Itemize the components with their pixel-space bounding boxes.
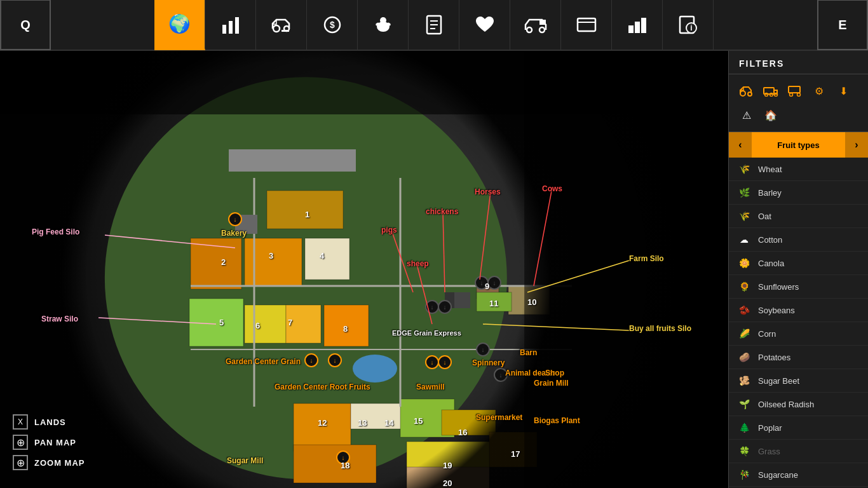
fruit-name-12: Grass — [758, 447, 780, 456]
svg-point-9 — [380, 17, 386, 24]
lands-legend-item: X LANDS — [13, 414, 85, 430]
fruit-types-header: ‹ Fruit types › — [729, 132, 868, 158]
fruit-item-sunflowers[interactable]: 🌻Sunflowers — [729, 275, 868, 299]
fruit-icon-11: 🌲 — [736, 420, 752, 435]
fruit-icon-9: 🫚 — [736, 373, 752, 388]
fruit-prev-btn[interactable]: ‹ — [729, 132, 752, 158]
fruit-list: 🌾Wheat🌿Barley🌾Oat☁Cotton🌼Canola🌻Sunflowe… — [729, 158, 868, 488]
filter-icons: ⚙ ⬇ ⚠ 🏠 — [729, 74, 868, 132]
fruit-name-8: Potatoes — [758, 353, 790, 362]
fruit-icon-4: 🌼 — [736, 255, 752, 271]
nav-finance[interactable]: $ — [307, 0, 358, 50]
svg-rect-22 — [635, 22, 640, 33]
zoom-map-label: ZOOM MAP — [34, 458, 85, 468]
e-button[interactable]: E — [817, 0, 868, 50]
lands-label: LANDS — [34, 417, 66, 427]
nav-animal-care[interactable] — [459, 0, 510, 50]
fruit-types-label: Fruit types — [752, 140, 845, 150]
nav-help[interactable]: i — [663, 0, 714, 50]
svg-point-16 — [527, 27, 532, 32]
map-canvas — [0, 51, 728, 488]
fruit-name-13: Sugarcane — [758, 470, 798, 480]
pan-map-legend-item: ⊕ PAN MAP — [13, 435, 85, 450]
zoom-map-icon: ⊕ — [13, 455, 28, 470]
fruit-name-2: Oat — [758, 212, 771, 221]
fruit-item-sugarcane[interactable]: 🎋Sugarcane — [729, 463, 868, 487]
nav-icons-group: 🌍 $ i — [51, 0, 817, 50]
fruit-name-4: Canola — [758, 259, 784, 268]
gear-filter-btn[interactable]: ⚙ — [809, 81, 829, 101]
nav-contracts[interactable] — [409, 0, 459, 50]
fruit-icon-1: 🌿 — [736, 185, 752, 200]
pan-map-label: PAN MAP — [34, 438, 76, 447]
fruit-name-11: Poplar — [758, 423, 782, 433]
svg-rect-23 — [641, 18, 646, 33]
nav-map[interactable]: 🌍 — [154, 0, 205, 50]
svg-rect-0 — [222, 25, 226, 34]
fruit-icon-5: 🌻 — [736, 279, 752, 294]
svg-point-43 — [790, 93, 793, 97]
fruit-icon-2: 🌾 — [736, 208, 752, 224]
svg-point-44 — [797, 93, 801, 97]
fruit-item-canola[interactable]: 🌼Canola — [729, 252, 868, 275]
alert-filter-btn[interactable]: ⚠ — [736, 105, 757, 125]
svg-point-17 — [539, 27, 545, 32]
nav-productions[interactable] — [612, 0, 663, 50]
bottom-legend: X LANDS ⊕ PAN MAP ⊕ ZOOM MAP — [13, 414, 85, 475]
fruit-item-soybeans[interactable]: 🫘Soybeans — [729, 299, 868, 322]
dump-filter-btn[interactable] — [785, 81, 805, 101]
fruit-item-sugar-beet[interactable]: 🫚Sugar Beet — [729, 369, 868, 393]
svg-rect-1 — [229, 21, 233, 34]
fruit-item-grass[interactable]: 🍀Grass — [729, 440, 868, 463]
fruit-item-corn[interactable]: 🌽Corn — [729, 322, 868, 346]
tractor-filter-btn[interactable] — [736, 81, 757, 101]
fruit-name-6: Soybeans — [758, 306, 795, 315]
zoom-map-legend-item: ⊕ ZOOM MAP — [13, 455, 85, 470]
nav-missions[interactable] — [561, 0, 612, 50]
fruit-name-10: Oilseed Radish — [758, 400, 814, 409]
fruit-item-oat[interactable]: 🌾Oat — [729, 205, 868, 228]
fruit-item-barley[interactable]: 🌿Barley — [729, 181, 868, 205]
fruit-item-poplar[interactable]: 🌲Poplar — [729, 416, 868, 440]
fruit-icon-7: 🌽 — [736, 326, 752, 341]
fruit-name-9: Sugar Beet — [758, 376, 799, 386]
svg-rect-5 — [281, 30, 289, 32]
top-navigation: Q 🌍 $ i E — [0, 0, 868, 51]
right-panel: FILTERS ⚙ ⬇ ⚠ 🏠 ‹ Fruit types › 🌾Wheat🌿B… — [728, 51, 868, 488]
fruit-icon-3: ☁ — [736, 232, 752, 247]
map-area[interactable]: Pig Feed Silo Straw Silo Farm Silo Buy a… — [0, 51, 728, 488]
fruit-item-cotton[interactable]: ☁Cotton — [729, 228, 868, 252]
q-button[interactable]: Q — [0, 0, 51, 50]
svg-rect-42 — [789, 86, 800, 93]
fruit-next-btn[interactable]: › — [845, 132, 868, 158]
fruit-item-potatoes[interactable]: 🥔Potatoes — [729, 346, 868, 369]
pan-map-icon: ⊕ — [13, 435, 28, 450]
nav-vehicles[interactable] — [256, 0, 307, 50]
svg-text:$: $ — [330, 20, 335, 30]
fruit-name-3: Cotton — [758, 235, 782, 245]
nav-animals[interactable] — [358, 0, 409, 50]
fruit-name-0: Wheat — [758, 165, 782, 174]
main-content: Pig Feed Silo Straw Silo Farm Silo Buy a… — [0, 51, 868, 488]
filters-header: FILTERS — [729, 51, 868, 74]
fruit-name-7: Corn — [758, 329, 776, 339]
svg-point-36 — [740, 91, 745, 96]
nav-stats[interactable] — [205, 0, 256, 50]
fruit-name-1: Barley — [758, 188, 782, 198]
truck-filter-btn[interactable] — [761, 81, 781, 101]
lands-icon: X — [13, 414, 28, 430]
fruit-item-wheat[interactable]: 🌾Wheat — [729, 158, 868, 181]
fruit-name-5: Sunflowers — [758, 282, 799, 292]
fruit-icon-6: 🫘 — [736, 302, 752, 318]
fruit-icon-13: 🎋 — [736, 467, 752, 482]
fruit-icon-0: 🌾 — [736, 161, 752, 177]
fruit-icon-12: 🍀 — [736, 444, 752, 459]
nav-ai-drivers[interactable] — [510, 0, 561, 50]
fruit-icon-10: 🌱 — [736, 396, 752, 412]
fruit-item-oilseed-radish[interactable]: 🌱Oilseed Radish — [729, 393, 868, 416]
home-filter-btn[interactable]: 🏠 — [761, 105, 781, 125]
svg-rect-19 — [578, 18, 595, 31]
svg-rect-21 — [628, 25, 634, 33]
download-filter-btn[interactable]: ⬇ — [833, 81, 853, 101]
svg-rect-18 — [539, 20, 546, 25]
